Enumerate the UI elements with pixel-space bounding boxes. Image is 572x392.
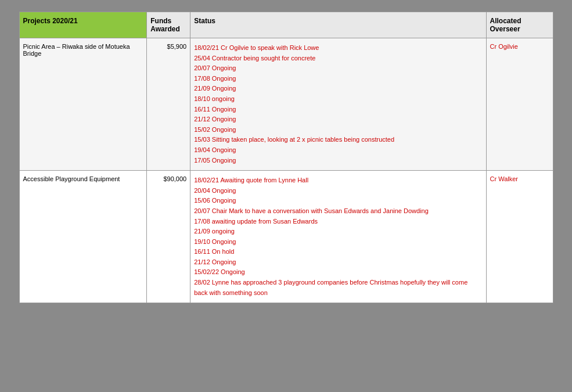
status-line: 21/12 Ongoing — [194, 114, 482, 125]
status-line: 17/08 awaiting update from Susan Edwards — [194, 217, 482, 227]
status-line: 20/07 Chair Mark to have a conversation … — [194, 206, 482, 217]
status-line: 18/02/21 Cr Ogilvie to speak with Rick L… — [194, 43, 482, 53]
status-line: 16/11 On hold — [194, 247, 482, 257]
projects-header: Projects 2020/21 — [19, 12, 147, 38]
projects-table: Projects 2020/21 Funds Awarded Status Al… — [19, 12, 553, 303]
funds-amount-cell: $5,900 — [147, 38, 190, 171]
overseer-cell: Cr Walker — [486, 171, 553, 303]
status-line: 17/05 Ongoing — [194, 156, 482, 166]
status-line: 25/04 Contractor being sought for concre… — [194, 53, 482, 64]
status-cell: 18/02/21 Cr Ogilvie to speak with Rick L… — [190, 38, 486, 171]
status-line: 28/02 Lynne has approached 3 playground … — [194, 278, 482, 298]
status-line: 21/09 Ongoing — [194, 84, 482, 94]
table-row: Accessible Playground Equipment$90,00018… — [19, 171, 553, 303]
status-line: 21/09 ongoing — [194, 226, 482, 237]
funds-amount-cell: $90,000 — [147, 171, 190, 303]
status-line: 19/04 Ongoing — [194, 145, 482, 156]
overseer-cell: Cr Ogilvie — [486, 38, 553, 171]
status-line: 15/02 Ongoing — [194, 125, 482, 135]
status-line: 20/04 Ongoing — [194, 186, 482, 196]
funds-header: Funds Awarded — [147, 12, 190, 38]
status-line: 16/11 Ongoing — [194, 105, 482, 115]
project-name-cell: Accessible Playground Equipment — [19, 171, 147, 303]
status-header: Status — [190, 12, 486, 38]
table-row: Picnic Area – Riwaka side of Motueka Bri… — [19, 38, 553, 171]
status-line: 21/12 Ongoing — [194, 257, 482, 268]
overseer-header: Allocated Overseer — [486, 12, 553, 38]
status-line: 18/10 ongoing — [194, 94, 482, 105]
status-line: 15/03 Sitting taken place, looking at 2 … — [194, 135, 482, 145]
status-cell: 18/02/21 Awaiting quote from Lynne Hall2… — [190, 171, 486, 303]
status-line: 15/02/22 Ongoing — [194, 267, 482, 278]
status-line: 18/02/21 Awaiting quote from Lynne Hall — [194, 175, 482, 186]
project-name-cell: Picnic Area – Riwaka side of Motueka Bri… — [19, 38, 147, 171]
status-line: 20/07 Ongoing — [194, 63, 482, 74]
status-line: 19/10 Ongoing — [194, 237, 482, 247]
status-line: 15/06 Ongoing — [194, 196, 482, 206]
status-line: 17/08 Ongoing — [194, 74, 482, 84]
